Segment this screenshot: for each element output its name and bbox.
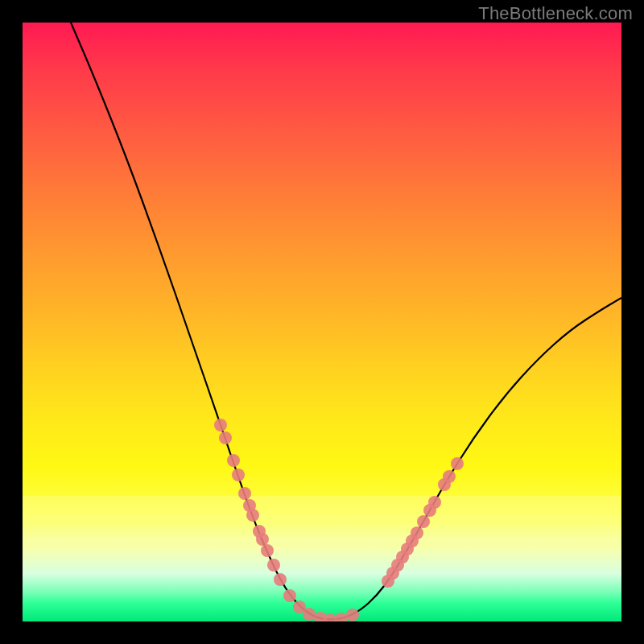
data-marker bbox=[346, 609, 359, 621]
bottleneck-curve-path bbox=[71, 23, 621, 619]
bottleneck-curve bbox=[71, 23, 621, 619]
data-marker bbox=[256, 533, 269, 546]
chart-frame: TheBottleneck.com bbox=[0, 0, 644, 644]
data-marker bbox=[274, 573, 287, 586]
data-marker bbox=[443, 470, 456, 483]
data-marker bbox=[283, 589, 296, 602]
plot-area bbox=[23, 23, 621, 621]
data-marker bbox=[219, 431, 232, 444]
data-marker bbox=[411, 526, 423, 539]
chart-svg bbox=[23, 23, 621, 621]
data-marker bbox=[417, 515, 430, 528]
data-marker bbox=[214, 419, 227, 431]
data-marker bbox=[238, 487, 251, 500]
watermark-text: TheBottleneck.com bbox=[478, 3, 633, 24]
data-marker bbox=[335, 613, 348, 621]
data-markers bbox=[214, 419, 464, 621]
data-marker bbox=[227, 454, 240, 467]
data-marker bbox=[261, 544, 274, 557]
data-marker bbox=[246, 509, 259, 522]
data-marker bbox=[267, 559, 280, 572]
data-marker bbox=[428, 496, 441, 509]
data-marker bbox=[303, 608, 316, 621]
data-marker bbox=[232, 469, 245, 481]
data-marker bbox=[451, 457, 464, 470]
